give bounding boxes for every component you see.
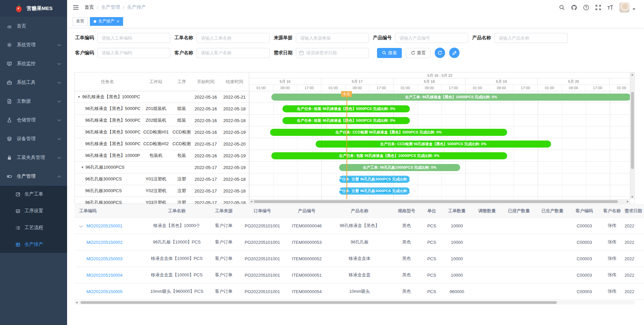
avatar[interactable]: [619, 2, 630, 13]
avatar-caret-icon[interactable]: [633, 8, 635, 10]
scroll-left-arrow-icon[interactable]: [251, 201, 252, 203]
gantt-chart-row: 生产任务: 包装 96孔移液盒【黑色】10000PCS 完成比例: 0%: [249, 150, 631, 162]
sidebar-item-process-setting[interactable]: 工序设置: [0, 203, 67, 219]
work-order-code-input[interactable]: [97, 33, 170, 43]
gantt-bar[interactable]: 生产任务: CCD检测 96孔移液盒【黑色】5000PCS 完成比例: 0%: [316, 141, 551, 148]
gantt-bar-label: 生产工单: 96孔孔板10000PCS 完成比例: 0%: [363, 165, 436, 170]
gantt-task-row[interactable]: 96孔孔板3000PCS Y03注塑机 注塑 2022-05-17 2022-0…: [75, 197, 249, 204]
gantt-bar[interactable]: 生产任务: 组装 96孔移液盒【黑色】5000PCS 完成比例: 0%: [282, 105, 410, 112]
customer-name-input[interactable]: [197, 48, 270, 58]
gantt-vertical-scrollbar[interactable]: [630, 72, 634, 199]
cell-product-name: 移液盒盒盖: [328, 272, 391, 278]
scrollbar-thumb[interactable]: [631, 92, 634, 169]
gantt-horizontal-scrollbar[interactable]: [249, 199, 630, 203]
gantt-bar-label: 生产工单: 96孔移液盒【黑色】10000PCS 完成比例: 0%: [405, 95, 497, 100]
gantt-bar[interactable]: 生产任务: CCD检测 96孔移液盒【黑色】5000PCS 完成比例: 0%: [270, 129, 507, 136]
table-row[interactable]: MO202205150003 移液盒盒体【10000】PCS 客户订单 PO20…: [74, 251, 644, 267]
gantt-task-row[interactable]: ▼ 96孔移液盒【黑色】10000PCS 2022-05-16 2022-05-…: [75, 91, 249, 103]
search-icon[interactable]: [559, 4, 565, 11]
table-column-header: 工单名称: [145, 208, 209, 214]
font-size-icon[interactable]: [607, 4, 613, 11]
sidebar-item-system-monitor[interactable]: 系统监控: [0, 54, 67, 73]
timeline-day-cell: 5月 19: [466, 78, 538, 85]
scroll-left-arrow-icon[interactable]: [76, 302, 77, 304]
scrollbar-thumb[interactable]: [80, 301, 557, 304]
product-code-input[interactable]: [395, 33, 468, 43]
work-order-name-input[interactable]: [197, 33, 270, 43]
end-time: 2022-05-18: [220, 200, 249, 204]
gantt-task-row[interactable]: 96孔移液盒【黑色】5000PCS Z02组装机 组装 2022-05-16 2…: [75, 115, 249, 126]
gantt-task-row[interactable]: 96孔移液盒【黑色】5000PCS CCD检测#02 CCD检测 2022-05…: [75, 138, 249, 150]
table-column-header: 工单来源: [209, 208, 239, 214]
sidebar-item-home[interactable]: 首页: [0, 17, 67, 36]
sidebar-item-process-flow[interactable]: 工艺流程: [0, 219, 67, 236]
sidebar-item-work-order[interactable]: 生产工单: [0, 186, 67, 203]
work-order-code-link[interactable]: MO202205150003: [87, 256, 123, 261]
scroll-up-arrow-icon[interactable]: [631, 74, 633, 75]
table-horizontal-scrollbar[interactable]: [74, 301, 635, 305]
edit-round-button[interactable]: [449, 48, 460, 58]
gantt-bar[interactable]: 生产任务: 包装 96孔移液盒【黑色】10000PCS 完成比例: 0%: [271, 152, 507, 159]
sidebar-item-system-tools[interactable]: 系统工具: [0, 73, 67, 92]
timeline-hour-cell: 17:00: [514, 85, 538, 91]
sidebar-item-master-data[interactable]: 主数据: [0, 92, 67, 111]
sidebar-item-system-mgmt[interactable]: 系统管理: [0, 36, 67, 54]
github-icon[interactable]: [571, 4, 577, 11]
gantt-bar[interactable]: 生产任务: 组装 96孔移液盒【黑色】5000PCS 完成比例: 0%: [282, 117, 410, 124]
row-expand-icon[interactable]: [79, 223, 83, 227]
expand-triangle-icon[interactable]: ▼: [77, 95, 80, 99]
breadcrumb-home[interactable]: 首页: [85, 4, 94, 10]
product-name-input[interactable]: [494, 33, 568, 43]
sidebar-item-label: 工艺流程: [24, 225, 43, 231]
gantt-task-row[interactable]: 96孔移液盒【黑色】5000PCS CCD检测#01 CCD检测 2022-05…: [75, 126, 249, 138]
task-name: 96孔移液盒【黑色】5000PCS: [85, 106, 140, 112]
reset-button[interactable]: 重置: [406, 48, 431, 58]
sidebar-item-equipment[interactable]: 设备管理: [0, 129, 67, 148]
demand-date-input[interactable]: [296, 48, 369, 58]
fullscreen-icon[interactable]: [595, 4, 601, 11]
gantt-task-row[interactable]: ▼ 96孔孔板10000PCS 2022-05-17 2022-05-19: [75, 162, 249, 173]
filter-row-2: 客户编码 客户名称 需求日期: [74, 48, 635, 58]
customer-code-input[interactable]: [97, 48, 170, 58]
search-button[interactable]: 搜索: [377, 48, 402, 58]
gantt-bar[interactable]: 生产工单: 96孔孔板10000PCS 完成比例: 0%: [339, 164, 460, 171]
source-doc-input[interactable]: [296, 33, 369, 43]
timeline-day-row: 5月 16 5月 17 5月 18 5月 19 5月 20: [249, 78, 631, 85]
table-row[interactable]: MO202205150005 10mm吸头【960000】PCS 客户订单 PO…: [74, 283, 644, 300]
cell-work-order-name: 移液盒【黑色】10000个: [145, 223, 209, 229]
tag-scheduling[interactable]: 生产排产 ×: [90, 17, 123, 26]
gantt-task-row[interactable]: 96孔移液盒【黑色】5000PCS Z01组装机 组装 2022-05-16 2…: [75, 103, 249, 115]
help-icon[interactable]: [583, 4, 589, 11]
work-order-code-link[interactable]: MO202205150001: [87, 223, 123, 228]
gantt-task-row[interactable]: 96孔移液盒【黑色】10000PCS 包装机 包装 2022-05-16 202…: [75, 150, 249, 162]
sync-round-button[interactable]: [435, 48, 445, 58]
gantt-task-row[interactable]: 96孔孔板3000PCS Y02注塑机 注塑 2022-05-17 2022-0…: [75, 185, 249, 197]
breadcrumb-production[interactable]: 生产管理: [101, 4, 120, 10]
work-order-code-link[interactable]: MO202205150005: [87, 289, 123, 294]
dashboard-icon: [7, 23, 12, 29]
gantt-task-row[interactable]: 96孔孔板3000PCS Y01注塑机 注塑 2022-05-17 2022-0…: [75, 173, 249, 185]
workstation: 包装机: [140, 153, 172, 159]
sidebar-item-production[interactable]: 生产管理: [0, 167, 67, 186]
table-row[interactable]: MO202205150001 移液盒【黑色】10000个 客户订单 PO2022…: [74, 218, 644, 234]
sidebar-item-warehouse[interactable]: 仓储管理: [0, 111, 67, 129]
sidebar-item-fixtures[interactable]: 工装夹具管理: [0, 148, 67, 167]
tag-home[interactable]: 首页: [72, 17, 88, 26]
cell-product-name: 移液盒盒体: [328, 256, 391, 262]
end-time: 2022-05-21: [220, 95, 249, 100]
chevron-down-icon: [58, 118, 61, 121]
gantt-bar[interactable]: 生产工单: 96孔移液盒【黑色】10000PCS 完成比例: 0%: [271, 94, 631, 101]
expand-triangle-icon[interactable]: ▼: [81, 166, 84, 169]
work-order-code-link[interactable]: MO202205150004: [87, 273, 123, 278]
work-order-code-link[interactable]: MO202205150002: [87, 240, 123, 245]
gantt-bar[interactable]: 生产任务: 注塑 96孔孔板3000PCS 完成比例: 0%: [339, 176, 410, 183]
scroll-right-arrow-icon[interactable]: [627, 201, 629, 203]
scroll-down-arrow-icon[interactable]: [631, 196, 633, 198]
tag-close-icon[interactable]: ×: [117, 19, 119, 23]
sidebar-item-scheduling[interactable]: 生产排产: [0, 236, 67, 253]
table-row[interactable]: MO202205150002 96孔孔板【10000】PCS 客户订单 PO20…: [74, 234, 644, 251]
gantt-bar[interactable]: 生产任务: 注塑 96孔孔板3000PCS 完成比例: 0%: [339, 187, 410, 195]
scrollbar-thumb[interactable]: [254, 200, 618, 203]
table-row[interactable]: MO202205150004 移液盒盒盖【10000】PCS 客户订单 PO20…: [74, 267, 644, 283]
hamburger-icon[interactable]: [72, 4, 79, 11]
